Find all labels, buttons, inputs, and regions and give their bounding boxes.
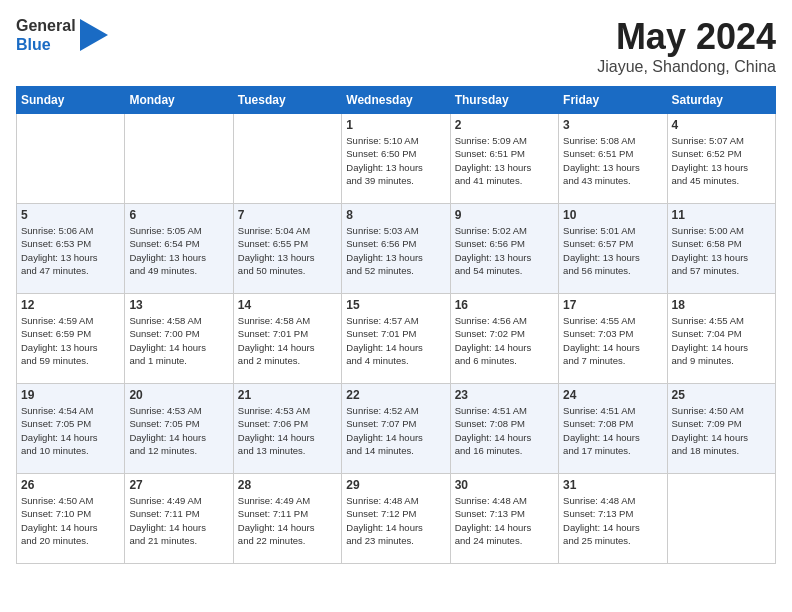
cell-info-text: Sunrise: 4:51 AM Sunset: 7:08 PM Dayligh… [563,404,662,457]
column-header-thursday: Thursday [450,87,558,114]
month-title: May 2024 [597,16,776,58]
day-number: 12 [21,298,120,312]
cell-info-text: Sunrise: 4:49 AM Sunset: 7:11 PM Dayligh… [238,494,337,547]
day-number: 23 [455,388,554,402]
day-number: 22 [346,388,445,402]
day-number: 31 [563,478,662,492]
day-number: 8 [346,208,445,222]
cell-info-text: Sunrise: 4:56 AM Sunset: 7:02 PM Dayligh… [455,314,554,367]
day-number: 15 [346,298,445,312]
column-header-saturday: Saturday [667,87,775,114]
calendar-cell: 23Sunrise: 4:51 AM Sunset: 7:08 PM Dayli… [450,384,558,474]
location-subtitle: Jiayue, Shandong, China [597,58,776,76]
calendar-cell: 27Sunrise: 4:49 AM Sunset: 7:11 PM Dayli… [125,474,233,564]
calendar-cell: 13Sunrise: 4:58 AM Sunset: 7:00 PM Dayli… [125,294,233,384]
calendar-cell: 30Sunrise: 4:48 AM Sunset: 7:13 PM Dayli… [450,474,558,564]
cell-info-text: Sunrise: 5:00 AM Sunset: 6:58 PM Dayligh… [672,224,771,277]
calendar-cell: 6Sunrise: 5:05 AM Sunset: 6:54 PM Daylig… [125,204,233,294]
calendar-cell [667,474,775,564]
cell-info-text: Sunrise: 5:02 AM Sunset: 6:56 PM Dayligh… [455,224,554,277]
cell-info-text: Sunrise: 4:57 AM Sunset: 7:01 PM Dayligh… [346,314,445,367]
calendar-cell: 20Sunrise: 4:53 AM Sunset: 7:05 PM Dayli… [125,384,233,474]
cell-info-text: Sunrise: 5:03 AM Sunset: 6:56 PM Dayligh… [346,224,445,277]
day-number: 4 [672,118,771,132]
day-number: 25 [672,388,771,402]
cell-info-text: Sunrise: 4:55 AM Sunset: 7:03 PM Dayligh… [563,314,662,367]
day-number: 26 [21,478,120,492]
svg-marker-0 [80,19,108,51]
logo-arrow-icon [80,19,108,51]
calendar-cell: 17Sunrise: 4:55 AM Sunset: 7:03 PM Dayli… [559,294,667,384]
calendar-cell: 28Sunrise: 4:49 AM Sunset: 7:11 PM Dayli… [233,474,341,564]
calendar-cell: 8Sunrise: 5:03 AM Sunset: 6:56 PM Daylig… [342,204,450,294]
column-header-friday: Friday [559,87,667,114]
logo: General Blue [16,16,108,54]
day-number: 19 [21,388,120,402]
calendar-cell: 1Sunrise: 5:10 AM Sunset: 6:50 PM Daylig… [342,114,450,204]
cell-info-text: Sunrise: 4:48 AM Sunset: 7:13 PM Dayligh… [455,494,554,547]
cell-info-text: Sunrise: 4:50 AM Sunset: 7:10 PM Dayligh… [21,494,120,547]
calendar-table: SundayMondayTuesdayWednesdayThursdayFrid… [16,86,776,564]
calendar-cell: 4Sunrise: 5:07 AM Sunset: 6:52 PM Daylig… [667,114,775,204]
cell-info-text: Sunrise: 4:54 AM Sunset: 7:05 PM Dayligh… [21,404,120,457]
calendar-cell: 22Sunrise: 4:52 AM Sunset: 7:07 PM Dayli… [342,384,450,474]
column-header-monday: Monday [125,87,233,114]
cell-info-text: Sunrise: 4:53 AM Sunset: 7:05 PM Dayligh… [129,404,228,457]
cell-info-text: Sunrise: 4:48 AM Sunset: 7:13 PM Dayligh… [563,494,662,547]
day-number: 13 [129,298,228,312]
column-header-wednesday: Wednesday [342,87,450,114]
cell-info-text: Sunrise: 4:53 AM Sunset: 7:06 PM Dayligh… [238,404,337,457]
day-number: 28 [238,478,337,492]
calendar-cell: 21Sunrise: 4:53 AM Sunset: 7:06 PM Dayli… [233,384,341,474]
calendar-cell [17,114,125,204]
cell-info-text: Sunrise: 4:58 AM Sunset: 7:01 PM Dayligh… [238,314,337,367]
page-header: General Blue May 2024 Jiayue, Shandong, … [16,16,776,76]
calendar-cell: 26Sunrise: 4:50 AM Sunset: 7:10 PM Dayli… [17,474,125,564]
cell-info-text: Sunrise: 4:55 AM Sunset: 7:04 PM Dayligh… [672,314,771,367]
day-number: 27 [129,478,228,492]
calendar-cell: 15Sunrise: 4:57 AM Sunset: 7:01 PM Dayli… [342,294,450,384]
day-number: 11 [672,208,771,222]
cell-info-text: Sunrise: 4:52 AM Sunset: 7:07 PM Dayligh… [346,404,445,457]
calendar-cell: 7Sunrise: 5:04 AM Sunset: 6:55 PM Daylig… [233,204,341,294]
day-number: 30 [455,478,554,492]
cell-info-text: Sunrise: 5:09 AM Sunset: 6:51 PM Dayligh… [455,134,554,187]
day-number: 1 [346,118,445,132]
calendar-cell: 10Sunrise: 5:01 AM Sunset: 6:57 PM Dayli… [559,204,667,294]
cell-info-text: Sunrise: 4:59 AM Sunset: 6:59 PM Dayligh… [21,314,120,367]
day-number: 7 [238,208,337,222]
column-header-sunday: Sunday [17,87,125,114]
calendar-cell: 9Sunrise: 5:02 AM Sunset: 6:56 PM Daylig… [450,204,558,294]
column-header-tuesday: Tuesday [233,87,341,114]
calendar-cell: 29Sunrise: 4:48 AM Sunset: 7:12 PM Dayli… [342,474,450,564]
calendar-cell: 3Sunrise: 5:08 AM Sunset: 6:51 PM Daylig… [559,114,667,204]
cell-info-text: Sunrise: 5:06 AM Sunset: 6:53 PM Dayligh… [21,224,120,277]
calendar-cell: 14Sunrise: 4:58 AM Sunset: 7:01 PM Dayli… [233,294,341,384]
calendar-cell: 31Sunrise: 4:48 AM Sunset: 7:13 PM Dayli… [559,474,667,564]
calendar-cell: 12Sunrise: 4:59 AM Sunset: 6:59 PM Dayli… [17,294,125,384]
calendar-cell: 11Sunrise: 5:00 AM Sunset: 6:58 PM Dayli… [667,204,775,294]
day-number: 17 [563,298,662,312]
cell-info-text: Sunrise: 5:05 AM Sunset: 6:54 PM Dayligh… [129,224,228,277]
cell-info-text: Sunrise: 5:04 AM Sunset: 6:55 PM Dayligh… [238,224,337,277]
calendar-cell: 25Sunrise: 4:50 AM Sunset: 7:09 PM Dayli… [667,384,775,474]
cell-info-text: Sunrise: 5:01 AM Sunset: 6:57 PM Dayligh… [563,224,662,277]
cell-info-text: Sunrise: 4:49 AM Sunset: 7:11 PM Dayligh… [129,494,228,547]
day-number: 3 [563,118,662,132]
logo-general: General [16,16,76,35]
cell-info-text: Sunrise: 5:10 AM Sunset: 6:50 PM Dayligh… [346,134,445,187]
calendar-cell: 5Sunrise: 5:06 AM Sunset: 6:53 PM Daylig… [17,204,125,294]
day-number: 10 [563,208,662,222]
title-block: May 2024 Jiayue, Shandong, China [597,16,776,76]
calendar-cell [125,114,233,204]
calendar-cell: 18Sunrise: 4:55 AM Sunset: 7:04 PM Dayli… [667,294,775,384]
logo-blue: Blue [16,35,76,54]
day-number: 18 [672,298,771,312]
day-number: 6 [129,208,228,222]
cell-info-text: Sunrise: 4:51 AM Sunset: 7:08 PM Dayligh… [455,404,554,457]
day-number: 16 [455,298,554,312]
calendar-cell [233,114,341,204]
day-number: 14 [238,298,337,312]
cell-info-text: Sunrise: 5:08 AM Sunset: 6:51 PM Dayligh… [563,134,662,187]
cell-info-text: Sunrise: 5:07 AM Sunset: 6:52 PM Dayligh… [672,134,771,187]
